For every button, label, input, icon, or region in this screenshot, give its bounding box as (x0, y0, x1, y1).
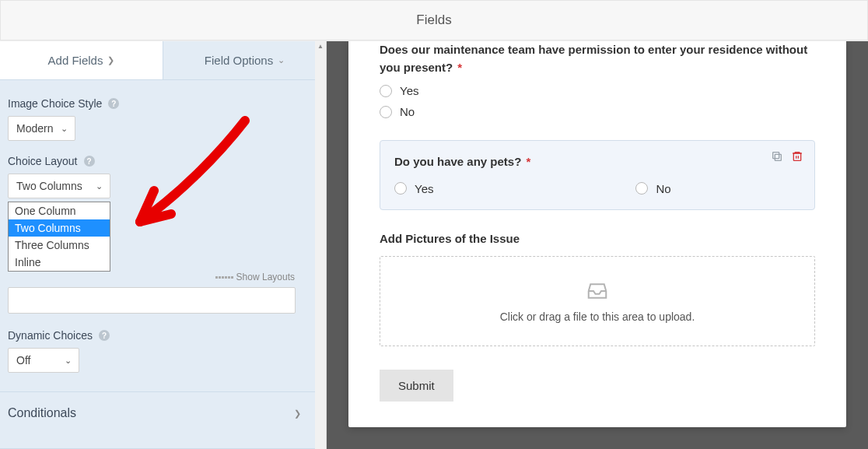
page-title: Fields (416, 12, 451, 28)
choice-layout-select[interactable]: Two Columns ⌄ (8, 174, 110, 198)
choice-layout-option-one-column[interactable]: One Column (9, 202, 110, 219)
inbox-icon (584, 279, 611, 303)
help-icon[interactable]: ? (99, 330, 110, 341)
page-header: Fields (0, 0, 868, 40)
form-preview: Does our maintenance team have permissio… (348, 41, 846, 427)
conditionals-accordion[interactable]: Conditionals ❯ (0, 392, 315, 434)
radio-option-no[interactable]: No (380, 105, 815, 118)
question-permission[interactable]: Does our maintenance team have permissio… (380, 41, 815, 118)
radio-icon (380, 85, 392, 97)
tab-add-fields[interactable]: Add Fields ❯ (0, 41, 163, 79)
question-pets-title: Do you have any pets? * (394, 153, 800, 171)
question-permission-text: Does our maintenance team have permissio… (380, 43, 807, 74)
show-layouts-link[interactable]: Show Layouts (8, 272, 295, 282)
conditionals-label: Conditionals (8, 406, 76, 420)
form-preview-area: Does our maintenance team have permissio… (327, 41, 868, 449)
svg-rect-1 (773, 153, 779, 159)
choice-layout-dropdown: One Column Two Columns Three Columns Inl… (8, 202, 110, 272)
radio-label: Yes (400, 84, 418, 97)
help-icon[interactable]: ? (108, 98, 119, 109)
radio-label: No (656, 182, 670, 195)
radio-icon (394, 182, 407, 195)
sidebar-scrollbar[interactable]: ▲ (315, 41, 326, 449)
dynamic-choices-label-row: Dynamic Choices ? (8, 329, 301, 342)
radio-option-yes[interactable]: Yes (394, 182, 433, 195)
choice-layout-option-two-columns[interactable]: Two Columns (9, 219, 110, 237)
upload-label: Add Pictures of the Issue (380, 232, 815, 245)
question-permission-title: Does our maintenance team have permissio… (380, 41, 815, 76)
choice-layout-option-inline[interactable]: Inline (9, 254, 110, 271)
scroll-up-icon[interactable]: ▲ (315, 41, 326, 52)
image-choice-style-select[interactable]: Modern ⌄ (8, 116, 75, 141)
chevron-down-icon: ⌄ (61, 124, 68, 134)
chevron-down-icon: ⌄ (65, 356, 72, 366)
grid-icon (215, 276, 233, 279)
dynamic-choices-select[interactable]: Off ⌄ (8, 348, 79, 373)
radio-option-yes[interactable]: Yes (380, 84, 815, 97)
radio-icon (635, 182, 648, 195)
file-upload-zone[interactable]: Click or drag a file to this area to upl… (380, 256, 815, 346)
svg-rect-0 (775, 154, 781, 160)
image-choice-style-label-row: Image Choice Style ? (8, 97, 301, 110)
submit-label: Submit (398, 379, 435, 392)
trash-icon[interactable] (791, 150, 803, 163)
chevron-down-icon: ⌄ (278, 55, 285, 65)
radio-option-no[interactable]: No (635, 182, 670, 195)
field-actions (771, 150, 803, 163)
tab-add-fields-label: Add Fields (48, 54, 103, 67)
choice-layout-value: Two Columns (16, 180, 82, 192)
sidebar: Add Fields ❯ Field Options ⌄ Image Choic… (0, 41, 327, 449)
radio-row-two-columns: Yes No (394, 182, 800, 195)
layout-input[interactable] (8, 287, 296, 314)
chevron-right-icon: ❯ (107, 55, 114, 65)
radio-label: Yes (415, 182, 433, 195)
tab-field-options-label: Field Options (205, 54, 273, 67)
chevron-right-icon: ❯ (294, 409, 301, 419)
question-pets-selected[interactable]: Do you have any pets? * Yes No (380, 140, 815, 210)
tab-field-options[interactable]: Field Options ⌄ (163, 41, 326, 79)
sidebar-tabs: Add Fields ❯ Field Options ⌄ (0, 41, 326, 80)
radio-icon (380, 106, 392, 118)
main-layout: Add Fields ❯ Field Options ⌄ Image Choic… (0, 40, 868, 449)
required-mark: * (457, 61, 462, 74)
dynamic-choices-value: Off (16, 354, 30, 367)
help-icon[interactable]: ? (84, 156, 95, 167)
radio-label: No (400, 105, 415, 118)
dynamic-choices-label: Dynamic Choices (8, 329, 93, 342)
question-pets-text: Do you have any pets? (394, 155, 521, 168)
image-choice-style-label: Image Choice Style (8, 97, 102, 110)
svg-rect-2 (793, 153, 800, 160)
image-choice-style-value: Modern (16, 122, 53, 135)
chevron-down-icon: ⌄ (96, 181, 103, 191)
required-mark: * (527, 155, 531, 168)
choice-layout-label-row: Choice Layout ? (8, 155, 301, 167)
choice-layout-label: Choice Layout (8, 155, 78, 167)
choice-layout-select-wrapper: Two Columns ⌄ One Column Two Columns Thr… (8, 174, 301, 198)
field-options-panel: Image Choice Style ? Modern ⌄ Choice Lay… (0, 80, 315, 373)
submit-button[interactable]: Submit (380, 370, 453, 402)
choice-layout-option-three-columns[interactable]: Three Columns (9, 237, 110, 254)
show-layouts-label: Show Layouts (236, 272, 295, 282)
duplicate-icon[interactable] (771, 150, 783, 163)
upload-hint: Click or drag a file to this area to upl… (500, 310, 695, 323)
